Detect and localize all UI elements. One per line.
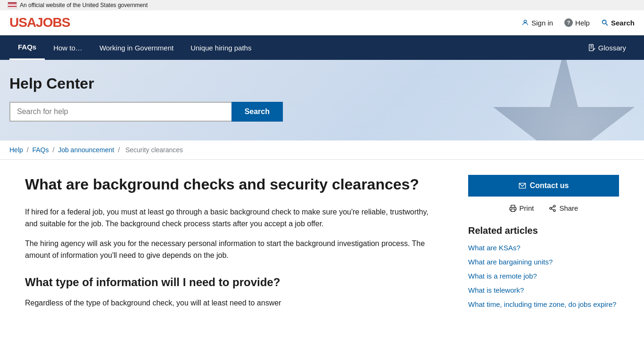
help-icon: ? — [564, 18, 573, 27]
svg-marker-4 — [493, 60, 635, 140]
print-icon — [509, 205, 517, 212]
related-articles: Related articles What are KSAs? What are… — [468, 225, 619, 309]
article-section-intro: Regardless of the type of background che… — [25, 297, 440, 309]
signin-link[interactable]: Sign in — [521, 19, 553, 27]
article-paragraph-1: If hired for a federal job, you must at … — [25, 206, 440, 230]
glossary-icon — [588, 44, 595, 51]
hero-star-decoration — [493, 60, 635, 140]
us-flag-icon — [8, 2, 17, 8]
main-content: What are background checks and security … — [25, 175, 440, 317]
list-item: What is telework? — [468, 286, 619, 295]
nav-howto[interactable]: How to… — [45, 36, 91, 59]
related-link-4[interactable]: What time, including time zone, do jobs … — [468, 300, 616, 308]
nav-working-in-government[interactable]: Working in Government — [91, 36, 182, 59]
article-title: What are background checks and security … — [25, 175, 440, 195]
related-articles-title: Related articles — [468, 225, 619, 236]
gov-banner-text: An official website of the United States… — [20, 2, 148, 8]
svg-line-2 — [606, 24, 608, 25]
article-paragraph-2: The hiring agency will ask you for the n… — [25, 238, 440, 262]
breadcrumb-help[interactable]: Help — [9, 146, 23, 154]
nav-glossary[interactable]: Glossary — [579, 36, 635, 59]
list-item: What time, including time zone, do jobs … — [468, 300, 619, 309]
nav-faqs[interactable]: FAQs — [9, 35, 45, 60]
contact-us-button[interactable]: Contact us — [468, 175, 619, 197]
list-item: What are bargaining units? — [468, 258, 619, 266]
header-search-link[interactable]: Search — [601, 19, 635, 27]
content-wrapper: What are background checks and security … — [16, 160, 628, 332]
header-nav: Sign in ? Help Search — [521, 18, 635, 27]
svg-point-8 — [550, 207, 552, 209]
hero-title: Help Center — [9, 75, 635, 92]
related-link-2[interactable]: What is a remote job? — [468, 272, 537, 280]
print-button[interactable]: Print — [509, 204, 534, 212]
list-item: What are KSAs? — [468, 244, 619, 252]
svg-line-10 — [552, 209, 554, 210]
related-link-3[interactable]: What is telework? — [468, 286, 524, 294]
svg-rect-6 — [511, 209, 515, 211]
gov-banner: An official website of the United States… — [0, 0, 644, 10]
svg-point-1 — [603, 20, 606, 24]
main-nav: FAQs How to… Working in Government Uniqu… — [0, 35, 644, 60]
breadcrumb-job-announcement[interactable]: Job announcement — [58, 146, 114, 154]
svg-point-9 — [553, 209, 555, 211]
main-nav-left: FAQs How to… Working in Government Uniqu… — [9, 35, 260, 60]
share-icon — [549, 205, 556, 212]
related-link-0[interactable]: What are KSAs? — [468, 244, 520, 252]
help-search-bar: Search — [9, 102, 283, 122]
breadcrumb-faqs[interactable]: FAQs — [32, 146, 49, 154]
related-articles-list: What are KSAs? What are bargaining units… — [468, 244, 619, 309]
hero-section: Help Center Search — [0, 60, 644, 140]
search-icon — [601, 19, 609, 26]
nav-unique-hiring[interactable]: Unique hiring paths — [182, 36, 260, 59]
svg-point-0 — [524, 20, 527, 23]
breadcrumb-current: Security clearances — [125, 146, 183, 154]
usajobs-logo[interactable]: USAJOBS — [9, 15, 70, 30]
breadcrumb: Help / FAQs / Job announcement / Securit… — [0, 140, 644, 160]
search-input[interactable] — [9, 102, 231, 122]
signin-icon — [521, 19, 529, 26]
help-link[interactable]: ? Help — [564, 18, 590, 27]
search-button[interactable]: Search — [231, 102, 283, 122]
share-button[interactable]: Share — [549, 204, 578, 212]
sidebar-actions: Print Share — [468, 204, 619, 212]
site-header: USAJOBS Sign in ? Help Search — [0, 10, 644, 35]
svg-point-7 — [553, 205, 555, 207]
related-link-1[interactable]: What are bargaining units? — [468, 258, 553, 266]
article-section-title: What type of information will I need to … — [25, 275, 440, 289]
envelope-icon — [519, 182, 526, 189]
svg-line-11 — [552, 206, 554, 208]
list-item: What is a remote job? — [468, 272, 619, 280]
sidebar: Contact us Print Share Related articles … — [468, 175, 619, 317]
